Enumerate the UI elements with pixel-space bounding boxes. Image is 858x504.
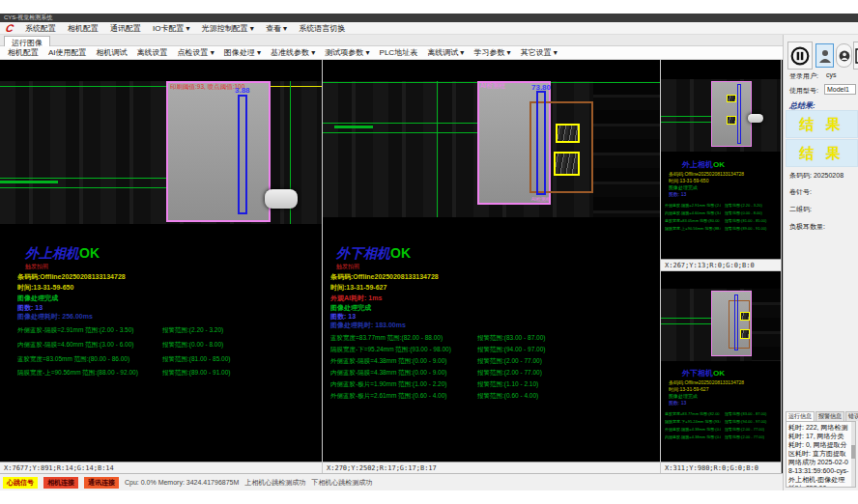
menu-item-system-config[interactable]: 系统配置 (25, 23, 56, 34)
tool-image-process[interactable]: 图像处理 ▾ (224, 47, 261, 58)
separator-region (166, 81, 271, 222)
thumb-barcode: 条码码:Offline20250208133134728 (669, 379, 777, 385)
pixel-coordinate-bar: X:270;Y:2502;R:17;G:17;B:17 (323, 462, 660, 473)
app-logo-icon: C (5, 22, 15, 34)
process-time-text: 图像处理耗时: 256.00ms (17, 312, 93, 322)
measure-box (737, 84, 741, 144)
camera-name: 外下相机 (336, 245, 390, 261)
menu-item-view[interactable]: 查看 ▾ (266, 23, 287, 34)
menu-item-language[interactable]: 系统语言切换 (299, 23, 345, 34)
operator-icon (839, 50, 850, 62)
exit-button[interactable] (853, 42, 858, 70)
time-text: 时间:13-31-59-650 (17, 283, 73, 293)
thumb-done: 图像处理完成 (669, 184, 777, 190)
defect-box (556, 124, 580, 143)
measure-row-alarm: 报警范围:(83.00 - 87.00) (477, 334, 545, 343)
menu-item-comm-config[interactable]: 通讯配置 (110, 23, 141, 34)
ai-time-text: 外观AI耗时: 1ms (330, 294, 382, 303)
comm-connect-badge: 通讯连接 (84, 477, 119, 489)
status-bar: 心跳信号 相机连接 通讯连接 Cpu: 0.0% Memory: 3424.41… (0, 473, 783, 490)
thumb-row: 蓝胶宽度=83.77mm 范围:(82.00 - 88.00) (665, 411, 721, 416)
log-tab-error[interactable]: 错误信息 (845, 411, 858, 421)
tool-other-settings[interactable]: 其它设置 ▾ (521, 47, 558, 58)
title-bar: CYS-视觉检测系统 (0, 14, 858, 22)
time-text: 时间:13-31-59-627 (330, 283, 386, 293)
model-value-field[interactable]: Model1 (824, 84, 856, 95)
tape-blob (265, 189, 298, 209)
barcode-value: 20250208 (814, 172, 844, 179)
tool-camera-debug[interactable]: 相机调试 (97, 47, 128, 58)
upper-heartbeat-text: 上相机心跳检测成功 (244, 478, 305, 488)
thumb-row: 内侧蓝胶-隔膜=4.60mm 范围:(3.00 - 6.00) (665, 210, 721, 215)
thumb-barcode: 条码码:Offline20250208133134728 (669, 171, 777, 177)
thumb-frame: 图数: 13 (669, 191, 777, 197)
measure-box (734, 294, 738, 350)
measure-row: 外侧蓝胶-隔膜=4.38mm 范围:(0.00 - 9.00) (330, 357, 446, 366)
thumb-row: 外侧蓝胶-隔膜=2.91mm 范围:(2.00 - 3.50) (665, 203, 721, 208)
barcode-text: 条码码:Offline20250208133134728 (330, 272, 439, 282)
thumb-row: 报警范围:(81.00 - 85.00) (725, 218, 779, 223)
pixel-coordinate-bar: X:7677;Y:891;R:14;G:14;B:14 (0, 462, 322, 473)
thumb-row: 报警范围:(94.00 - 97.00) (725, 419, 779, 424)
tape-blob (748, 114, 763, 123)
operator-button[interactable] (836, 43, 852, 68)
login-user-label: 登录用户: (789, 71, 818, 81)
thumb-frame: 图数: 13 (669, 400, 777, 406)
log-tab-alarm[interactable]: 报警信息 (815, 411, 844, 421)
thumb-camera-title: 外下相机OK (682, 368, 725, 378)
menu-bar: C 系统配置 相机配置 通讯配置 IO卡配置 ▾ 光源控制配置 ▾ 查看 ▾ 系… (0, 22, 858, 35)
menu-item-io-config[interactable]: IO卡配置 ▾ (153, 23, 190, 34)
measure-row: 内侧蓝胶-极片=1.90mm 范围:(1.00 - 2.20) (330, 380, 446, 389)
tool-plc-address[interactable]: PLC地址表 (380, 47, 418, 58)
measure-row: 隔膜宽度-下=95.24mm 范围:(93.00 - 98.00) (330, 346, 451, 354)
thumb-row: 报警范围:(2.00 - 77.00) (725, 427, 779, 432)
pixel-coordinate-bar: X:311;Y:980;R:0;G:0;B:0 (661, 462, 781, 473)
thumb-row: 外侧蓝胶-隔膜=4.38mm 范围:(0.00 - 9.00) (665, 427, 721, 432)
menu-item-camera-config[interactable]: 相机配置 (68, 23, 99, 34)
user-mode-button[interactable] (815, 43, 834, 68)
camera-result-title: 外上相机OK (25, 245, 100, 263)
camera-panel-upper: 印刷阈值:93, 喷点阈值:100 3.88 外上相机OK 触发拍照 条码码:O… (0, 60, 323, 473)
heartbeat-badge: 心跳信号 (3, 477, 38, 489)
ai-box-label: AI检测框 (480, 82, 505, 91)
user-icon (819, 49, 831, 63)
process-done-text: 图像处理完成 (17, 294, 58, 303)
thumb-view-lower[interactable] (661, 289, 781, 361)
pause-button[interactable] (787, 42, 813, 70)
thumb-done: 图像处理完成 (669, 393, 777, 399)
log-scrollbar-thumb[interactable] (851, 445, 855, 459)
measure-row-alarm: 报警范围:(1.10 - 2.10) (477, 380, 538, 389)
log-tab-run[interactable]: 运行信息 (786, 411, 815, 421)
tool-learn-params[interactable]: 学习参数 ▾ (473, 47, 510, 58)
lower-heartbeat-text: 下相机心跳检测成功 (311, 478, 372, 488)
main-area: 印刷阈值:93, 喷点阈值:100 3.88 外上相机OK 触发拍照 条码码:O… (0, 60, 783, 473)
login-user-value: cys (826, 71, 837, 78)
camera-view-lower[interactable]: AI检测框 73.80 AI检测框 (323, 81, 660, 217)
measure-row: 隔膜宽度-上=90.56mm 范围:(88.00 - 92.00) (17, 369, 138, 378)
cpu-memory-text: Cpu: 0.0% Memory: 3424.41796875M (125, 479, 239, 486)
threshold-overlay-text: 印刷阈值:93, 喷点阈值:100 (170, 83, 244, 92)
camera-panel-lower: AI检测框 73.80 AI检测框 外下相机OK 触发拍照 条码码:Offlin… (323, 60, 661, 473)
pixel-coordinate-bar: X:267;Y:13;R:0;G:0;B:0 (661, 259, 781, 270)
model-label: 使用型号: (789, 86, 818, 96)
result-box-upper: 结 果 (786, 110, 858, 138)
tool-test-params[interactable]: 测试项参数 ▾ (325, 47, 369, 58)
trigger-text: 触发拍照 (336, 263, 359, 271)
log-scrollbar[interactable] (851, 422, 855, 487)
barcode-text: 条码码:Offline20250208133134728 (17, 272, 126, 282)
overlay-line (334, 126, 373, 128)
tool-offline-debug[interactable]: 离线调试 ▾ (427, 47, 464, 58)
defect-box (740, 329, 750, 339)
thumb-view-upper[interactable] (661, 79, 781, 152)
tool-baseline-params[interactable]: 基准线参数 ▾ (271, 47, 315, 58)
tool-ai-usage[interactable]: AI使用配置 (48, 47, 87, 58)
tool-spotcheck[interactable]: 点检设置 ▾ (178, 47, 214, 58)
thumb-panel-lower: 外下相机OK 条码码:Offline20250208133134728 时间:1… (661, 271, 782, 473)
camera-view-upper[interactable]: 印刷阈值:93, 喷点阈值:100 3.88 (0, 81, 322, 224)
tool-camera-config[interactable]: 相机配置 (8, 47, 39, 58)
measure-box (536, 91, 546, 195)
menu-item-light-config[interactable]: 光源控制配置 ▾ (202, 23, 254, 34)
measure-box (238, 95, 247, 214)
tool-offline-setting[interactable]: 离线设置 (137, 47, 168, 58)
camera-name: 外上相机 (25, 245, 79, 261)
